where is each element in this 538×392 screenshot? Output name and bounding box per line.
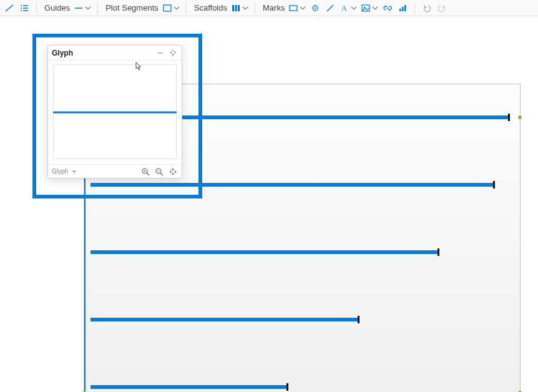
marks-label: Marks <box>260 3 286 12</box>
svg-line-28 <box>160 173 163 175</box>
minimize-icon[interactable] <box>155 48 165 58</box>
svg-rect-20 <box>402 7 404 11</box>
svg-rect-11 <box>238 5 240 11</box>
scaffolds-dropdown[interactable] <box>230 1 250 15</box>
glyph-panel-title: Glyph <box>52 49 73 57</box>
toolbar-separator <box>414 2 415 14</box>
bar-end-handle[interactable] <box>358 316 359 323</box>
guides-line-dropdown[interactable] <box>72 1 92 15</box>
svg-rect-21 <box>404 5 406 11</box>
svg-rect-8 <box>164 5 171 11</box>
list-tool-icon[interactable] <box>17 1 31 15</box>
plot-segments-region-dropdown[interactable] <box>161 1 181 15</box>
glyph-panel-header[interactable]: Glyph <box>48 46 182 61</box>
scaffolds-label: Scaffolds <box>192 3 228 12</box>
bar-end-handle[interactable] <box>438 248 439 256</box>
glyph-editor[interactable] <box>48 61 182 164</box>
toolbar-separator <box>97 2 98 14</box>
data-bar[interactable] <box>90 250 438 254</box>
chevron-down-icon <box>300 5 306 11</box>
glyph-footer-label: Glyph <box>52 168 68 175</box>
marks-rect-dropdown[interactable] <box>287 1 307 15</box>
svg-rect-10 <box>235 5 237 11</box>
bar-end-handle[interactable] <box>508 114 510 121</box>
svg-line-24 <box>147 173 149 175</box>
svg-rect-12 <box>290 6 297 11</box>
chevron-down-icon <box>174 5 180 11</box>
glyph-panel: Glyph Glyph + <box>47 45 182 179</box>
chevron-down-icon <box>351 5 357 11</box>
glyph-line-mark[interactable] <box>53 112 177 114</box>
marks-image-dropdown[interactable] <box>359 1 379 15</box>
svg-rect-19 <box>399 9 401 11</box>
frame-handle-right[interactable] <box>518 115 522 119</box>
chevron-down-icon <box>85 5 91 11</box>
data-bar[interactable] <box>90 183 494 187</box>
canvas[interactable]: Glyph Glyph + <box>0 16 538 392</box>
svg-line-15 <box>327 5 333 11</box>
marks-dataaxis-icon[interactable] <box>396 1 409 15</box>
marks-text-dropdown[interactable]: A <box>338 1 358 15</box>
zoom-in-icon[interactable] <box>140 167 150 177</box>
redo-icon[interactable] <box>435 1 449 15</box>
glyph-panel-footer: Glyph + <box>48 164 182 178</box>
toolbar: Guides Plot Segments Scaffolds Marks A <box>0 0 538 16</box>
guides-label: Guides <box>42 3 71 12</box>
marks-line-icon[interactable] <box>323 1 337 15</box>
chevron-down-icon <box>242 5 248 11</box>
bar-end-handle[interactable] <box>286 383 288 391</box>
data-bar[interactable] <box>90 318 358 321</box>
pointer-cursor-icon <box>132 61 144 72</box>
line-tool-icon[interactable] <box>2 1 16 15</box>
svg-point-14 <box>315 7 316 8</box>
marks-symbol-icon[interactable] <box>308 1 322 15</box>
toolbar-separator <box>186 2 187 14</box>
undo-icon[interactable] <box>420 1 434 15</box>
plot-segments-label: Plot Segments <box>103 3 160 12</box>
data-bar[interactable] <box>90 385 287 389</box>
zoom-fit-icon[interactable] <box>168 167 178 177</box>
marks-link-icon[interactable] <box>381 1 394 15</box>
bar-end-handle[interactable] <box>493 181 495 189</box>
toolbar-separator <box>255 2 255 14</box>
svg-rect-9 <box>232 5 234 11</box>
chevron-down-icon <box>372 5 378 11</box>
svg-text:A: A <box>341 4 347 12</box>
toolbar-separator <box>36 2 37 14</box>
pin-icon[interactable] <box>168 48 178 58</box>
zoom-out-icon[interactable] <box>154 167 164 177</box>
add-glyph-button[interactable]: + <box>72 167 76 176</box>
svg-line-0 <box>6 5 13 11</box>
